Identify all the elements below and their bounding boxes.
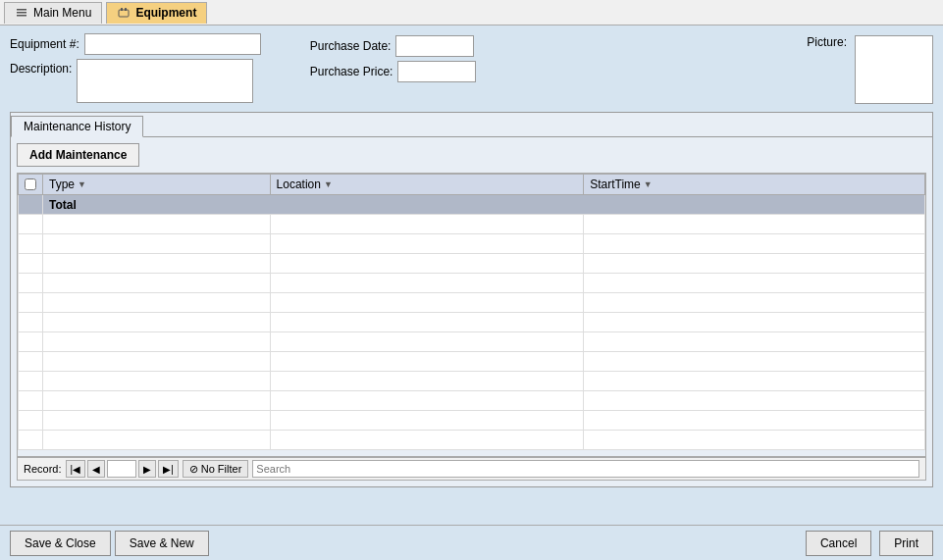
description-input[interactable] (77, 59, 253, 103)
table-row (19, 254, 925, 274)
menu-icon (15, 6, 28, 20)
cancel-button[interactable]: Cancel (806, 531, 871, 556)
middle-fields: Purchase Date: Purchase Price: (310, 33, 477, 104)
bottom-left-buttons: Save & Close Save & New (10, 531, 209, 556)
filter-icon: ⊘ (189, 463, 198, 476)
nav-next-button[interactable]: ▶ (138, 460, 156, 478)
description-group: Description: (10, 59, 261, 103)
purchase-price-input[interactable] (397, 61, 476, 82)
svg-rect-4 (121, 8, 123, 11)
select-all-checkbox[interactable] (25, 178, 36, 190)
main-content: Equipment #: Description: Purchase Date:… (0, 25, 943, 525)
col-type[interactable]: Type ▼ (43, 175, 271, 195)
equipment-number-group: Equipment #: (10, 33, 261, 55)
no-filter-label: No Filter (201, 463, 242, 475)
col-start-time[interactable]: StartTime ▼ (584, 175, 925, 195)
table-body: Total (19, 195, 925, 450)
col-checkbox (19, 175, 43, 195)
title-bar: Main Menu Equipment (0, 0, 943, 25)
maintenance-table: Type ▼ Location ▼ (18, 174, 925, 450)
record-label: Record: (24, 463, 62, 475)
purchase-price-group: Purchase Price: (310, 61, 477, 82)
right-fields: Picture: (807, 33, 933, 104)
save-close-button[interactable]: Save & Close (10, 531, 111, 556)
equipment-number-input[interactable] (84, 33, 261, 55)
svg-rect-5 (125, 8, 127, 11)
tab-equipment-label: Equipment (135, 6, 196, 20)
table-row (19, 391, 925, 411)
table-header: Type ▼ Location ▼ (19, 175, 925, 195)
table-row (19, 313, 925, 332)
tab-equipment[interactable]: Equipment (106, 2, 207, 24)
svg-rect-3 (119, 10, 129, 17)
nav-first-button[interactable]: |◀ (66, 460, 86, 478)
col-location[interactable]: Location ▼ (270, 175, 584, 195)
table-row (19, 234, 925, 254)
maintenance-table-wrapper: Type ▼ Location ▼ (17, 173, 926, 457)
record-number-input[interactable] (107, 460, 136, 478)
total-row: Total (19, 195, 925, 215)
purchase-date-group: Purchase Date: (310, 35, 477, 57)
total-label: Total (43, 195, 925, 215)
equipment-number-label: Equipment #: (10, 37, 79, 51)
type-sort-icon: ▼ (78, 179, 86, 189)
equipment-icon (117, 6, 131, 20)
left-fields: Equipment #: Description: (10, 33, 261, 104)
nav-last-button[interactable]: ▶| (158, 460, 179, 478)
status-bar: Record: |◀ ◀ ▶ ▶| ⊘ No Filter (17, 457, 926, 481)
maintenance-history-tab[interactable]: Maintenance History (11, 116, 143, 137)
search-input[interactable] (252, 460, 919, 478)
save-new-button[interactable]: Save & New (115, 531, 209, 556)
nav-prev-button[interactable]: ◀ (87, 460, 105, 478)
table-row (19, 274, 925, 293)
svg-rect-0 (17, 9, 26, 11)
table-row (19, 411, 925, 431)
description-label: Description: (10, 62, 72, 76)
tab-section-header: Maintenance History (11, 113, 932, 136)
svg-rect-1 (17, 12, 26, 14)
section-tab-content: Add Maintenance Type (11, 136, 932, 486)
purchase-price-label: Purchase Price: (310, 65, 393, 78)
no-filter-button[interactable]: ⊘ No Filter (183, 460, 249, 478)
svg-rect-2 (17, 15, 26, 17)
table-row (19, 431, 925, 450)
fields-area: Equipment #: Description: Purchase Date:… (10, 33, 933, 104)
bottom-bar: Save & Close Save & New Cancel Print (0, 525, 943, 560)
table-scroll[interactable]: Type ▼ Location ▼ (18, 174, 925, 456)
maintenance-tab-section: Maintenance History Add Maintenance (10, 112, 933, 487)
table-row (19, 352, 925, 372)
start-time-sort-icon: ▼ (644, 179, 653, 189)
add-maintenance-button[interactable]: Add Maintenance (17, 143, 139, 167)
picture-label: Picture: (807, 35, 847, 49)
record-nav: |◀ ◀ ▶ ▶| (66, 460, 179, 478)
table-row (19, 215, 925, 234)
purchase-date-label: Purchase Date: (310, 39, 392, 53)
table-row (19, 293, 925, 313)
table-row (19, 372, 925, 391)
print-button[interactable]: Print (879, 531, 933, 556)
tab-main-menu[interactable]: Main Menu (4, 2, 102, 24)
table-row (19, 332, 925, 352)
location-sort-icon: ▼ (324, 179, 333, 189)
picture-box (855, 35, 933, 104)
bottom-right-buttons: Cancel Print (806, 531, 933, 556)
maintenance-history-tab-label: Maintenance History (24, 120, 131, 133)
tab-main-menu-label: Main Menu (33, 6, 91, 20)
purchase-date-input[interactable] (395, 35, 474, 57)
